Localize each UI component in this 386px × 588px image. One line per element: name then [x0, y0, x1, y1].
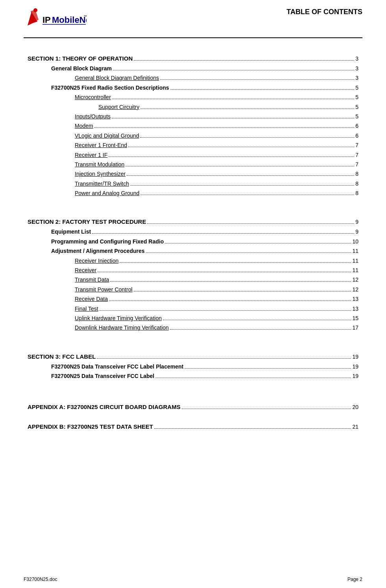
dots — [120, 262, 351, 263]
dots — [112, 99, 354, 99]
gbdd-label: General Block Diagram Definitions — [75, 74, 159, 82]
dots — [130, 185, 354, 186]
dots — [182, 409, 351, 409]
toc-entry-pcfr: Programming and Configuring Fixed Radio … — [28, 237, 358, 246]
modem-label: Modem — [75, 122, 93, 130]
fccl-label: F32700N25 Data Transceiver FCC Label — [51, 372, 154, 380]
footer-right: Page 2 — [347, 577, 362, 582]
dots — [127, 175, 354, 176]
section1-label: SECTION 1: THEORY OF OPERATION — [28, 54, 133, 63]
r1fe-page: 7 — [355, 141, 358, 149]
toc-entry-trs: Transmitter/TR Switch 8 — [28, 179, 358, 188]
page-container: IP MobileNet ™ TABLE OF CONTENTS SECTION… — [0, 0, 386, 588]
dots — [155, 378, 351, 378]
frsd-label: F32700N25 Fixed Radio Section Descriptio… — [51, 83, 169, 92]
toc-entry-tpc: Transmit Power Control 12 — [28, 285, 358, 294]
page-footer: F32700N25.doc Page 2 — [24, 577, 362, 582]
toc-entry-gbdd: General Block Diagram Definitions 3 — [28, 74, 358, 82]
toc-entry-uhtv: Uplink Hardware Timing Verification 15 — [28, 314, 358, 323]
toc-entry-fccl: F32700N25 Data Transceiver FCC Label 19 — [28, 372, 358, 380]
toc-entry-section3: SECTION 3: FCC LABEL 19 — [28, 352, 358, 361]
ft-page: 13 — [352, 304, 358, 313]
toc-entry-eql: Equipment List 9 — [28, 227, 358, 236]
svg-point-0 — [33, 8, 37, 12]
r1fe-label: Receiver 1 Front-End — [75, 141, 127, 149]
recv-label: Receiver — [75, 266, 96, 275]
dots — [109, 157, 354, 157]
page-header: IP MobileNet ™ TABLE OF CONTENTS — [24, 8, 362, 38]
is-page: 8 — [355, 170, 358, 178]
dots — [134, 60, 354, 61]
gbd-page: 3 — [355, 64, 358, 73]
section2-label: SECTION 2: FACTORY TEST PROCEDURE — [28, 217, 146, 227]
is-label: Injection Synthesizer — [75, 170, 126, 178]
dots — [134, 291, 351, 291]
company-logo: IP MobileNet ™ — [24, 8, 87, 33]
logo-area: IP MobileNet ™ — [24, 8, 87, 33]
vlogic-page: 6 — [355, 131, 358, 140]
pcfr-page: 10 — [352, 237, 358, 246]
svg-text:IP: IP — [42, 15, 51, 25]
dots — [170, 89, 355, 90]
toc-entry-modem: Modem 6 — [28, 122, 358, 130]
toc-entry-is: Injection Synthesizer 8 — [28, 170, 358, 178]
page-title-area: TABLE OF CONTENTS — [286, 8, 362, 16]
appb-page: 21 — [352, 422, 358, 431]
toc-entry-r1if: Receiver 1 IF 7 — [28, 151, 358, 159]
toc-entry-r1fe: Receiver 1 Front-End 7 — [28, 141, 358, 149]
dhtv-label: Downlink Hardware Timing Verification — [75, 323, 169, 332]
appendix-a-block: APPENDIX A: F32700N25 CIRCUIT BOARD DIAG… — [28, 402, 358, 412]
dots — [110, 281, 351, 282]
fccl-page: 19 — [352, 372, 358, 380]
sc-label: Support Circuitry — [98, 103, 139, 111]
dhtv-page: 17 — [352, 323, 358, 332]
ft-label: Final Test — [75, 304, 98, 313]
toc-entry-appb: APPENDIX B: F32700N25 TEST DATA SHEET 21 — [28, 422, 358, 431]
svg-text:MobileNet: MobileNet — [52, 15, 87, 25]
td-label: Transmit Data — [75, 275, 109, 284]
dots — [112, 118, 354, 118]
r1if-label: Receiver 1 IF — [75, 151, 107, 159]
dots — [128, 147, 354, 147]
section2-block: SECTION 2: FACTORY TEST PROCEDURE 9 Equi… — [28, 217, 358, 332]
toc-entry-ft: Final Test 13 — [28, 304, 358, 313]
dots — [185, 368, 351, 369]
recv-page: 11 — [352, 266, 358, 275]
appa-label: APPENDIX A: F32700N25 CIRCUIT BOARD DIAG… — [28, 402, 181, 412]
appendix-b-block: APPENDIX B: F32700N25 TEST DATA SHEET 21 — [28, 422, 358, 431]
dots — [165, 243, 351, 243]
dots — [97, 358, 351, 359]
content-area: SECTION 1: THEORY OF OPERATION 3 General… — [24, 42, 362, 431]
dots — [160, 79, 354, 80]
toc-entry-section2: SECTION 2: FACTORY TEST PROCEDURE 9 — [28, 217, 358, 227]
appa-page: 20 — [352, 403, 358, 411]
section2-page: 9 — [355, 218, 358, 226]
pag-label: Power and Analog Ground — [75, 189, 139, 197]
trs-label: Transmitter/TR Switch — [75, 179, 129, 188]
toc-entry-mc: Microcontroller 5 — [28, 93, 358, 101]
toc-entry-ri: Receiver Injection 11 — [28, 256, 358, 265]
ri-label: Receiver Injection — [75, 256, 118, 265]
ri-page: 11 — [352, 256, 358, 265]
dots — [100, 310, 351, 311]
r1if-page: 7 — [355, 151, 358, 159]
frsd-page: 5 — [355, 83, 358, 92]
appb-label: APPENDIX B: F32700N25 TEST DATA SHEET — [28, 422, 153, 431]
tm-page: 7 — [355, 160, 358, 169]
toc-entry-tm: Transmit Modulation 7 — [28, 160, 358, 169]
aap-page: 11 — [352, 247, 358, 255]
dots — [154, 428, 351, 429]
dots — [140, 109, 354, 109]
dots — [113, 70, 354, 70]
io-page: 5 — [355, 112, 358, 121]
gbd-label: General Block Diagram — [51, 64, 112, 73]
mc-label: Microcontroller — [75, 93, 111, 101]
toc-entry-section1: SECTION 1: THEORY OF OPERATION 3 — [28, 54, 358, 63]
tm-label: Transmit Modulation — [75, 160, 124, 169]
section3-page: 19 — [352, 352, 358, 361]
rd-label: Receive Data — [75, 295, 108, 303]
toc-entry-frsd: F32700N25 Fixed Radio Section Descriptio… — [28, 83, 358, 92]
pag-page: 8 — [355, 189, 358, 197]
dots — [147, 223, 354, 224]
dots — [146, 253, 351, 253]
